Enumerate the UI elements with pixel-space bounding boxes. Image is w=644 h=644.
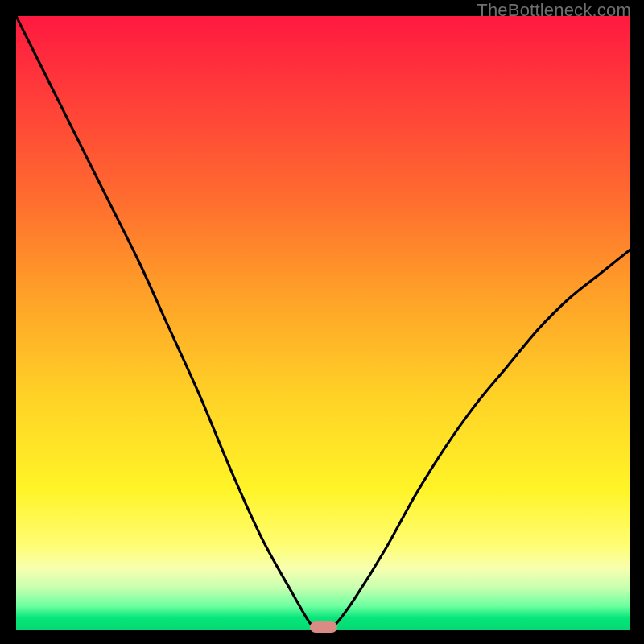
bottleneck-curve bbox=[16, 16, 630, 630]
attribution-text: TheBottleneck.com bbox=[477, 0, 631, 21]
optimal-marker bbox=[310, 621, 337, 633]
plot-area bbox=[16, 16, 630, 630]
chart-frame: TheBottleneck.com bbox=[0, 0, 644, 644]
